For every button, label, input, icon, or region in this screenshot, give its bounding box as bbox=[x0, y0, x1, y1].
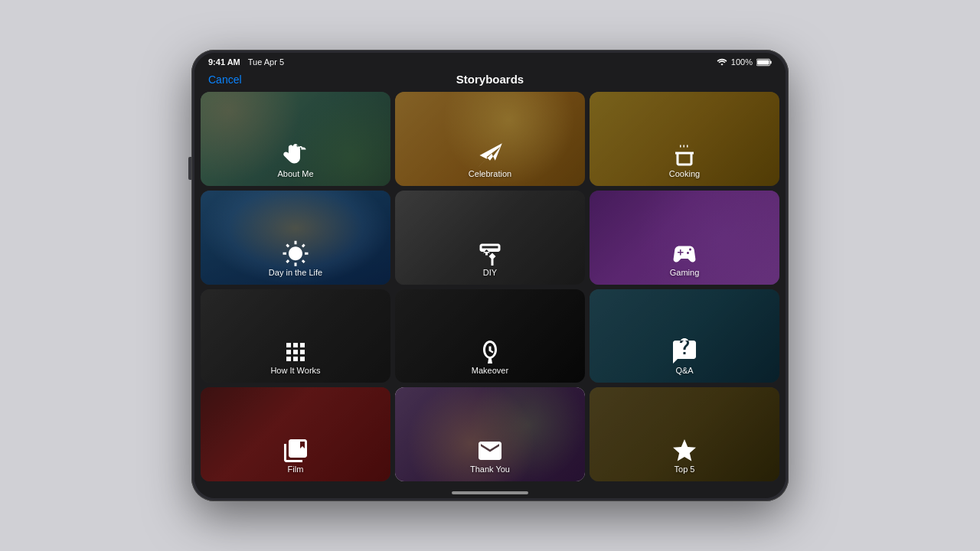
home-indicator bbox=[194, 487, 786, 498]
grid-item-film[interactable]: Film bbox=[201, 387, 390, 481]
storyboard-grid-container: About Me Celebration bbox=[194, 92, 786, 487]
thank-you-label: Thank You bbox=[470, 465, 510, 474]
gear-grid-icon bbox=[282, 338, 309, 366]
day-in-life-label: Day in the Life bbox=[269, 268, 322, 277]
cancel-button[interactable]: Cancel bbox=[208, 73, 242, 86]
gaming-icon-wrap bbox=[671, 240, 698, 268]
makeover-label: Makeover bbox=[472, 366, 508, 375]
grid-item-gaming[interactable]: Gaming bbox=[590, 191, 779, 285]
status-bar: 9:41 AM Tue Apr 5 100% bbox=[194, 53, 786, 70]
top5-icon-wrap bbox=[671, 437, 698, 465]
how-it-works-label: How It Works bbox=[270, 366, 320, 375]
film-icon-wrap bbox=[282, 437, 309, 465]
about-me-label: About Me bbox=[277, 169, 313, 178]
storyboard-grid: About Me Celebration bbox=[201, 92, 779, 481]
nav-title: Storyboards bbox=[456, 73, 524, 86]
sunrise-icon bbox=[282, 240, 309, 268]
grid-item-makeover[interactable]: Makeover bbox=[395, 289, 585, 383]
battery-icon bbox=[756, 58, 772, 67]
celebration-icon-wrap bbox=[476, 142, 504, 169]
svg-rect-1 bbox=[770, 60, 772, 64]
status-right: 100% bbox=[717, 57, 772, 67]
status-date: Tue Apr 5 bbox=[248, 57, 284, 67]
status-time: 9:41 AM bbox=[208, 57, 240, 67]
cooking-label: Cooking bbox=[669, 169, 700, 178]
wifi-icon bbox=[717, 58, 727, 67]
device-screen: 9:41 AM Tue Apr 5 100% bbox=[194, 53, 786, 498]
day-in-life-icon-wrap bbox=[282, 240, 309, 268]
nav-bar: Cancel Storyboards bbox=[194, 70, 786, 92]
diy-icon-wrap bbox=[476, 240, 504, 268]
grid-item-top5[interactable]: Top 5 bbox=[590, 387, 779, 481]
party-icon bbox=[476, 142, 504, 169]
grid-item-day-in-life[interactable]: Day in the Life bbox=[201, 191, 390, 285]
grid-item-thank-you[interactable]: Thank You bbox=[395, 387, 585, 481]
how-it-works-icon-wrap bbox=[282, 338, 309, 366]
cooking-icon-wrap bbox=[671, 142, 698, 169]
grid-item-diy[interactable]: DIY bbox=[395, 191, 585, 285]
svg-rect-2 bbox=[757, 60, 769, 64]
makeover-icon-wrap bbox=[476, 338, 504, 366]
star-icon bbox=[671, 437, 698, 465]
director-chair-icon bbox=[282, 437, 309, 465]
status-left: 9:41 AM Tue Apr 5 bbox=[208, 57, 284, 67]
grid-item-how-it-works[interactable]: How It Works bbox=[201, 289, 390, 383]
question-bubble-icon bbox=[671, 338, 698, 366]
cooking-pot-icon bbox=[671, 142, 698, 169]
celebration-label: Celebration bbox=[469, 169, 511, 178]
home-bar bbox=[452, 491, 528, 494]
top5-label: Top 5 bbox=[675, 465, 695, 474]
grid-item-about-me[interactable]: About Me bbox=[201, 92, 390, 186]
battery-text: 100% bbox=[731, 57, 753, 67]
grid-item-cooking[interactable]: Cooking bbox=[590, 92, 779, 186]
grid-item-qa[interactable]: Q&A bbox=[590, 289, 779, 383]
paint-roller-icon bbox=[476, 240, 504, 268]
wave-hand-icon bbox=[282, 142, 309, 169]
qa-icon-wrap bbox=[671, 338, 698, 366]
ipad-device: 9:41 AM Tue Apr 5 100% bbox=[191, 50, 789, 501]
about-me-icon-wrap bbox=[282, 142, 309, 169]
grid-item-celebration[interactable]: Celebration bbox=[395, 92, 585, 186]
qa-label: Q&A bbox=[675, 366, 693, 375]
gaming-label: Gaming bbox=[670, 268, 700, 277]
diy-label: DIY bbox=[483, 268, 497, 277]
film-label: Film bbox=[288, 465, 304, 474]
love-letter-icon bbox=[476, 437, 504, 465]
thank-you-icon-wrap bbox=[476, 437, 504, 465]
mirror-icon bbox=[476, 338, 504, 366]
gamepad-icon bbox=[671, 240, 698, 268]
